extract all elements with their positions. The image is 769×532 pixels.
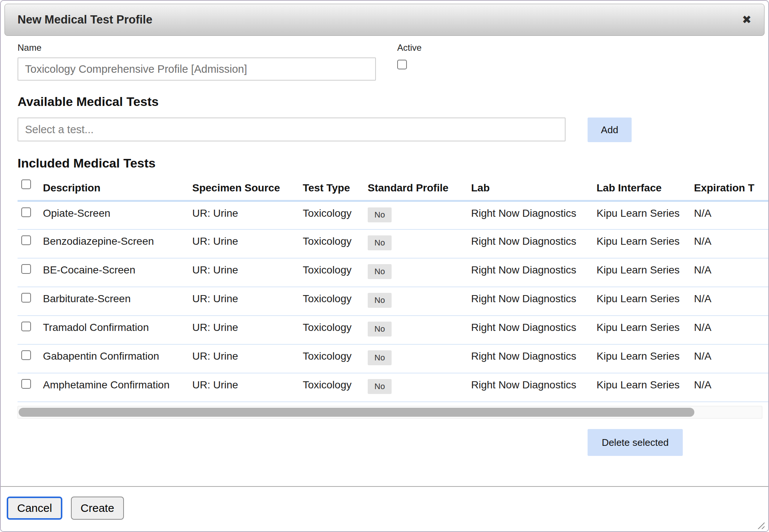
cell-lab: Right Now Diagnostics [471,201,597,229]
dialog-footer: Cancel Create [1,486,768,531]
column-header-lab-interface: Lab Interface [597,179,694,201]
cell-standard-profile: No [368,344,471,373]
cell-test-type: Toxicology [303,344,368,373]
cell-lab: Right Now Diagnostics [471,287,597,316]
table-row: Benzodiazepine-Screen UR: Urine Toxicolo… [18,229,769,258]
cell-lab: Right Now Diagnostics [471,344,597,373]
cell-lab: Right Now Diagnostics [471,258,597,287]
cell-standard-profile: No [368,373,471,402]
table-row: Opiate-Screen UR: Urine Toxicology No Ri… [18,201,769,229]
cell-test-type: Toxicology [303,229,368,258]
table-row: Barbiturate-Screen UR: Urine Toxicology … [18,287,769,316]
cell-description: BE-Cocaine-Screen [43,258,192,287]
cell-lab-interface: Kipu Learn Series [597,373,694,402]
cell-expiration: N/A [694,258,769,287]
cancel-button[interactable]: Cancel [7,497,62,520]
cell-specimen-source: UR: Urine [192,287,303,316]
cell-lab: Right Now Diagnostics [471,373,597,402]
cell-description: Tramadol Confirmation [43,316,192,344]
cell-specimen-source: UR: Urine [192,258,303,287]
standard-profile-badge: No [368,235,392,250]
cell-lab-interface: Kipu Learn Series [597,201,694,229]
standard-profile-badge: No [368,379,392,394]
table-row: Amphetamine Confirmation UR: Urine Toxic… [18,373,769,402]
create-button[interactable]: Create [71,497,124,520]
column-header-lab: Lab [471,179,597,201]
included-tests-heading: Included Medical Tests [18,156,768,170]
cell-lab: Right Now Diagnostics [471,229,597,258]
row-checkbox[interactable] [21,293,31,303]
cell-expiration: N/A [694,287,769,316]
cell-description: Opiate-Screen [43,201,192,229]
cell-expiration: N/A [694,201,769,229]
standard-profile-badge: No [368,322,392,337]
cell-description: Barbiturate-Screen [43,287,192,316]
standard-profile-badge: No [368,293,392,308]
cell-description: Gabapentin Confirmation [43,344,192,373]
row-checkbox[interactable] [21,379,31,389]
column-header-description: Description [43,179,192,201]
cell-standard-profile: No [368,229,471,258]
row-checkbox[interactable] [21,207,31,217]
cell-test-type: Toxicology [303,287,368,316]
available-tests-heading: Available Medical Tests [18,95,768,109]
cell-test-type: Toxicology [303,258,368,287]
scrollbar-thumb[interactable] [19,408,694,417]
standard-profile-badge: No [368,264,392,279]
cell-test-type: Toxicology [303,201,368,229]
cell-expiration: N/A [694,373,769,402]
table-row: Gabapentin Confirmation UR: Urine Toxico… [18,344,769,373]
name-label: Name [18,43,376,53]
column-header-expiration: Expiration T [694,179,769,201]
cell-expiration: N/A [694,229,769,258]
standard-profile-badge: No [368,207,392,222]
table-row: Tramadol Confirmation UR: Urine Toxicolo… [18,316,769,344]
cell-expiration: N/A [694,316,769,344]
cell-lab-interface: Kipu Learn Series [597,316,694,344]
cell-specimen-source: UR: Urine [192,229,303,258]
cell-lab: Right Now Diagnostics [471,316,597,344]
cell-specimen-source: UR: Urine [192,373,303,402]
column-header-test-type: Test Type [303,179,368,201]
add-button[interactable]: Add [588,118,632,142]
cell-test-type: Toxicology [303,373,368,402]
table-header-row: Description Specimen Source Test Type St… [18,179,769,201]
cell-description: Amphetamine Confirmation [43,373,192,402]
delete-selected-button[interactable]: Delete selected [588,429,683,456]
cell-specimen-source: UR: Urine [192,344,303,373]
horizontal-scrollbar[interactable] [18,406,762,419]
dialog-titlebar[interactable]: New Medical Test Profile ✖ [4,4,765,36]
cell-standard-profile: No [368,201,471,229]
cell-expiration: N/A [694,344,769,373]
dialog-content: Name Active Available Medical Tests Add … [1,36,768,456]
cell-specimen-source: UR: Urine [192,316,303,344]
close-icon[interactable]: ✖ [742,14,751,25]
table-row: BE-Cocaine-Screen UR: Urine Toxicology N… [18,258,769,287]
active-checkbox[interactable] [397,60,407,69]
row-checkbox[interactable] [21,350,31,360]
row-checkbox[interactable] [21,264,31,274]
column-header-specimen-source: Specimen Source [192,179,303,201]
cell-lab-interface: Kipu Learn Series [597,344,694,373]
test-select-input[interactable] [18,118,566,141]
standard-profile-badge: No [368,350,392,365]
name-input[interactable] [18,57,376,81]
cell-lab-interface: Kipu Learn Series [597,287,694,316]
cell-specimen-source: UR: Urine [192,201,303,229]
column-header-standard-profile: Standard Profile [368,179,471,201]
included-tests-table: Description Specimen Source Test Type St… [18,179,769,403]
active-label: Active [397,43,421,53]
row-checkbox[interactable] [21,322,31,331]
cell-standard-profile: No [368,287,471,316]
cell-standard-profile: No [368,258,471,287]
cell-lab-interface: Kipu Learn Series [597,258,694,287]
cell-description: Benzodiazepine-Screen [43,229,192,258]
row-checkbox[interactable] [21,235,31,245]
cell-lab-interface: Kipu Learn Series [597,229,694,258]
select-all-checkbox[interactable] [21,179,31,189]
cell-standard-profile: No [368,316,471,344]
dialog-title: New Medical Test Profile [18,13,742,26]
cell-test-type: Toxicology [303,316,368,344]
